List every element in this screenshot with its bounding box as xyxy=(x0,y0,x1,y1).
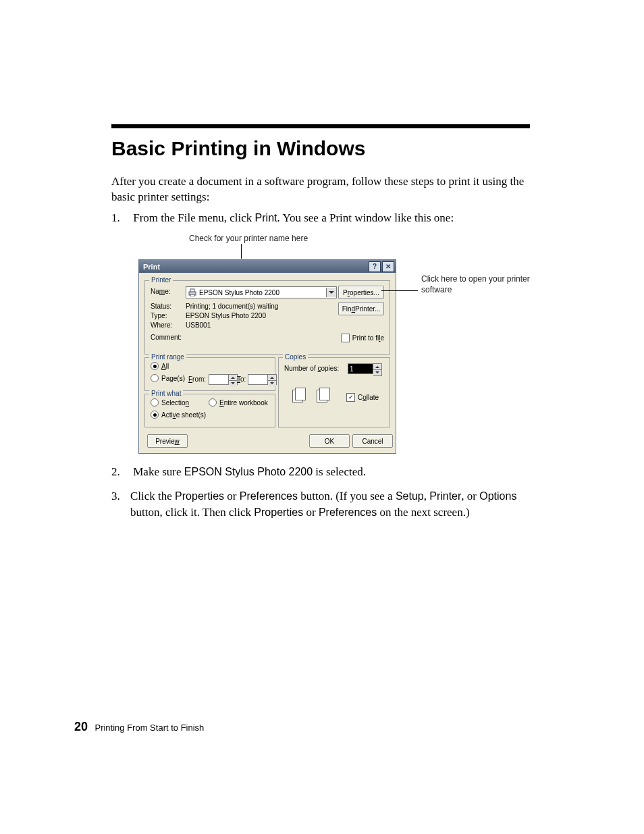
spinner-down-icon[interactable] xyxy=(229,381,237,386)
radio-icon xyxy=(151,362,159,370)
radio-icon xyxy=(151,398,159,407)
what-active-radio[interactable]: Active sheet(s) xyxy=(151,411,206,419)
svg-rect-2 xyxy=(190,294,194,296)
s3-t1: Click the xyxy=(130,490,175,502)
help-icon[interactable]: ? xyxy=(369,261,381,272)
print-what-legend: Print what xyxy=(149,390,183,397)
print-range-legend: Print range xyxy=(149,353,186,361)
close-icon[interactable]: ✕ xyxy=(382,261,394,272)
find-printer-button[interactable]: Find Printer... xyxy=(338,302,384,315)
print-to-file-checkbox[interactable]: Print to file xyxy=(341,334,384,342)
printer-group: Printer Name: EPSON Stylus Photo 2200 St… xyxy=(144,280,390,355)
s3-t2: button. (If you see a xyxy=(298,490,396,502)
step-3: 3. Click the Properties or Preferences b… xyxy=(111,488,533,521)
spinner-down-icon[interactable] xyxy=(268,381,276,386)
step-2: 2. Make sure EPSON Stylus Photo 2200 is … xyxy=(111,465,533,479)
s3-or2: , or xyxy=(461,490,479,502)
copies-spinner[interactable] xyxy=(348,363,382,376)
from-label: From: xyxy=(188,375,206,383)
top-rule xyxy=(111,124,530,128)
s3-options: Options xyxy=(479,490,516,502)
what-entire-label: Entire workbook xyxy=(219,399,268,407)
s3-properties: Properties xyxy=(175,490,224,502)
what-entire-radio[interactable]: Entire workbook xyxy=(209,398,268,407)
print-dialog: Print ? ✕ Printer Name: EPSON Stylus Pho… xyxy=(138,259,396,454)
comment-label: Comment: xyxy=(151,334,182,341)
copies-group: Copies Number of copies: ✓ Collate xyxy=(278,357,390,427)
annotation-check-printer: Check for your printer name here xyxy=(189,234,308,243)
copies-input[interactable] xyxy=(348,363,373,374)
spinner-up-icon[interactable] xyxy=(268,375,276,381)
preview-button[interactable]: Preview xyxy=(147,434,188,448)
checkbox-icon: ✓ xyxy=(346,393,355,402)
print-range-group: Print range All Page(s) From: To: xyxy=(144,357,275,391)
range-pages-label: Page(s) xyxy=(161,375,185,382)
s3-t4: on the next screen.) xyxy=(377,506,469,519)
step-2-post: is selected. xyxy=(313,465,366,478)
collate-icon xyxy=(317,388,331,402)
where-label: Where: xyxy=(151,321,172,329)
s3-t3: button, click it. Then click xyxy=(130,506,254,519)
status-value: Printing; 1 document(s) waiting xyxy=(186,303,278,310)
s3-properties2: Properties xyxy=(254,506,303,518)
step-3-num: 3. xyxy=(111,488,130,504)
what-selection-radio[interactable]: Selection xyxy=(151,398,189,407)
s3-comma: , xyxy=(424,490,430,502)
page-heading: Basic Printing in Windows xyxy=(111,137,365,160)
range-all-label: All xyxy=(161,363,169,370)
s3-preferences: Preferences xyxy=(240,490,298,502)
print-to-file-label: Print to file xyxy=(352,334,384,342)
footer-text: Printing From Start to Finish xyxy=(95,723,204,733)
ok-button[interactable]: OK xyxy=(309,434,350,448)
copies-legend: Copies xyxy=(283,353,308,361)
s3-preferences2: Preferences xyxy=(319,506,377,518)
type-label: Type: xyxy=(151,312,167,319)
printer-icon xyxy=(188,288,197,296)
step-1-num: 1. xyxy=(111,211,130,225)
cancel-button[interactable]: Cancel xyxy=(352,434,393,448)
radio-icon xyxy=(151,374,159,382)
to-label: To: xyxy=(237,375,246,383)
what-selection-label: Selection xyxy=(161,399,189,407)
range-pages-radio[interactable]: Page(s) xyxy=(151,374,185,382)
spinner-up-icon[interactable] xyxy=(373,364,381,370)
properties-button[interactable]: Properties... xyxy=(338,286,384,299)
name-label: Name: xyxy=(151,288,170,295)
collate-checkbox[interactable]: ✓ Collate xyxy=(346,393,379,402)
step-1-text-post: . You see a Print window like this one: xyxy=(277,211,454,224)
spinner-up-icon[interactable] xyxy=(229,375,237,381)
range-all-radio[interactable]: All xyxy=(151,362,169,370)
svg-rect-1 xyxy=(190,289,194,292)
step-2-num: 2. xyxy=(111,465,130,479)
step-2-product: EPSON Stylus Photo 2200 xyxy=(184,466,313,477)
checkbox-icon xyxy=(341,334,350,342)
s3-setup: Setup xyxy=(396,490,424,502)
status-label: Status: xyxy=(151,303,171,310)
titlebar: Print ? ✕ xyxy=(139,260,396,273)
spinner-down-icon[interactable] xyxy=(373,370,381,375)
annotation-open-software: Click here to open your printer software xyxy=(421,274,536,295)
from-input[interactable] xyxy=(209,374,229,385)
s3-or3: or xyxy=(303,506,319,519)
printer-name-combo[interactable]: EPSON Stylus Photo 2200 xyxy=(186,286,337,298)
step-1: 1. From the File menu, click Print. You … xyxy=(111,211,533,225)
step-1-print-label: Print xyxy=(255,212,277,224)
chevron-down-icon[interactable] xyxy=(326,288,336,297)
to-input[interactable] xyxy=(248,374,268,385)
to-spinner[interactable] xyxy=(248,374,277,385)
type-value: EPSON Stylus Photo 2200 xyxy=(186,312,266,319)
radio-icon xyxy=(209,398,217,407)
from-spinner[interactable] xyxy=(209,374,238,385)
num-copies-label: Number of copies: xyxy=(284,365,339,372)
print-what-group: Print what Selection Entire workbook Act… xyxy=(144,394,275,427)
what-active-label: Active sheet(s) xyxy=(161,411,206,419)
printer-group-legend: Printer xyxy=(149,276,173,284)
collate-label: Collate xyxy=(358,394,379,401)
where-value: USB001 xyxy=(186,321,211,329)
collate-icon xyxy=(292,388,307,402)
annotation-right-leader xyxy=(381,290,418,291)
s3-printer: Printer xyxy=(429,490,461,502)
step-1-text-pre: From the File menu, click xyxy=(133,211,254,224)
radio-icon xyxy=(151,411,159,419)
printer-name-value: EPSON Stylus Photo 2200 xyxy=(199,289,326,296)
